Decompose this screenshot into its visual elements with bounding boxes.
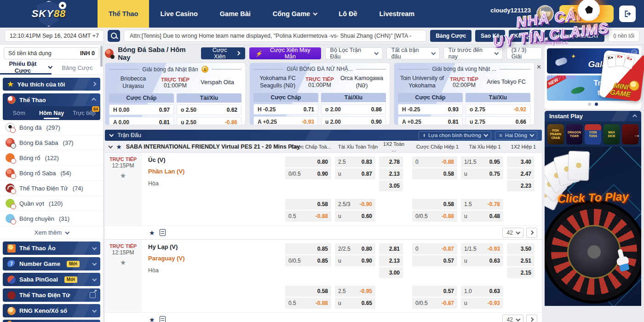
mini-game-card[interactable]: K♠ K♥ K♦ MINIGAME	[599, 50, 644, 102]
odds-cell[interactable]: u0.90	[335, 255, 375, 266]
odds-cell[interactable]: 2.5-0.95	[335, 286, 375, 297]
tab-bang-cuoc[interactable]: Bảng Cược	[52, 61, 103, 75]
show-more-button[interactable]: Xem thêm	[0, 226, 103, 239]
odds-cell[interactable]: 2/2.50.80	[335, 243, 375, 254]
logout-button[interactable]	[619, 6, 636, 22]
sidebar-item-the-thao-ao[interactable]: Thể Thao Ảo	[3, 242, 100, 255]
odds-cell[interactable]: 0/0.5-0.88	[412, 211, 457, 222]
brand-logo[interactable]: SKY88	[0, 0, 98, 28]
tab-phieu-dat-cuoc[interactable]: Phiếu Đặt Cược	[0, 61, 52, 75]
instant-play-header[interactable]: Instant Play	[545, 111, 641, 121]
odds-cell[interactable]: o 2.500.62	[177, 104, 242, 115]
sidebar-item-bong-da-saba[interactable]: Bóng Đá Saba(37)	[0, 135, 103, 150]
featured-match-card[interactable]: GIẢI BÓNG ĐÁ NỮ NHẬ... Yokohama FC Seagu…	[249, 63, 390, 125]
odds-cell[interactable]: 0.5-0.88	[285, 211, 331, 222]
sidebar-item-bong-ro-saba[interactable]: Bóng rổ Saba(54)	[0, 166, 103, 181]
odds-cell[interactable]: 2.23	[507, 180, 535, 191]
odds-cell[interactable]: H -0.250.71	[253, 104, 318, 115]
sidebar-item-rng-keno[interactable]: RNG Keno/Xổ số	[3, 304, 100, 317]
odds-cell[interactable]: 2.13	[379, 168, 403, 179]
odds-cell[interactable]: 3.50	[507, 243, 535, 254]
close-icon[interactable]: ×	[537, 63, 541, 71]
odds-cell[interactable]: 2.5/3-0.90	[335, 199, 375, 210]
parlay-button[interactable]: Cược Xiên	[201, 47, 245, 59]
ket-qua-button[interactable]: Kết Quả	[509, 30, 541, 42]
normal-select-dropdown[interactable]: ▲▼Lựa chọn bình thường	[419, 131, 491, 140]
odds-cell[interactable]: u-0.93	[461, 298, 503, 309]
expand-markets-button[interactable]	[526, 228, 537, 238]
sao-ke-button[interactable]: Sao Kê	[475, 30, 505, 42]
odds-cell[interactable]: 0.85	[285, 243, 331, 254]
odds-cell[interactable]: 2.50.83	[335, 156, 375, 167]
odds-cell[interactable]: u0.60	[335, 211, 375, 222]
nav-cong-game[interactable]: Cổng Game	[262, 0, 328, 28]
odds-cell[interactable]: 0.58	[412, 199, 457, 210]
odds-cell[interactable]: 0.58	[285, 286, 331, 297]
odds-cell[interactable]: 0.57	[412, 255, 457, 266]
chevron-down-icon[interactable]	[109, 132, 114, 137]
odds-cell[interactable]: 0.5-0.88	[285, 298, 331, 309]
odds-cell[interactable]: u 2.50-0.86	[177, 117, 242, 125]
arrow-right-icon[interactable]: →	[633, 130, 640, 138]
carousel-dot[interactable]	[588, 103, 591, 106]
expand-markets-button[interactable]	[526, 315, 537, 322]
odds-cell[interactable]: 1/1.5-0.93	[461, 243, 503, 254]
star-icon[interactable]: ★	[116, 143, 122, 150]
subtab-som[interactable]: Sớm	[3, 107, 35, 119]
statement-icon[interactable]	[160, 229, 166, 236]
nav-livestream[interactable]: Livestream	[368, 0, 426, 28]
odds-cell[interactable]: 3.00	[379, 267, 403, 278]
avatar[interactable]	[536, 5, 554, 23]
market-count-dropdown[interactable]: 42	[502, 228, 523, 238]
favorite-star-icon[interactable]: ★	[149, 316, 155, 322]
odds-cell[interactable]: A +0.25-0.93	[253, 116, 318, 125]
bang-cuoc-button[interactable]: Bảng Cược	[430, 30, 472, 42]
lucky-parlay-button[interactable]: ⚡Cược Xiên May Mắn	[249, 47, 321, 59]
dark-mode-toggle[interactable]: ộ nền tối	[608, 30, 639, 42]
chevron-down-icon[interactable]	[108, 144, 113, 149]
featured-match-card[interactable]: Giải bóng đá Nhật Bản$ Briobecca Urayasu…	[105, 63, 246, 125]
announcement-ticker[interactable]: Attn:[Tennis] Due to wrong Home team nam…	[124, 30, 426, 42]
odds-cell[interactable]: 0/0.50.90	[285, 168, 331, 179]
game-max-dice[interactable]: MAX DICE	[604, 124, 620, 144]
odds-cell[interactable]: H -0.250.93	[398, 104, 463, 115]
odds-cell[interactable]: 2.51	[507, 255, 535, 266]
ty-le-cuoc-malay-button[interactable]: Tỷ lệ cược MALAY	[545, 30, 604, 42]
nav-game-bai[interactable]: Game Bài	[209, 0, 262, 28]
match-filter-dropdown[interactable]: Bộ Lọc Trận Đấu	[325, 47, 383, 59]
odds-cell[interactable]: u 2.750.66	[466, 116, 530, 125]
nav-live-casino[interactable]: Live Casino	[149, 0, 208, 28]
odds-cell[interactable]: 3.05	[379, 180, 403, 191]
odds-cell[interactable]: 2.81	[379, 243, 403, 254]
sidebar-item-esports-external[interactable]: Thể Thao Điện Tử	[3, 288, 100, 302]
sidebar-scrollbar[interactable]	[100, 46, 103, 67]
league-count-dropdown[interactable]: (3 / 3) Giải	[506, 47, 542, 59]
game-coin-toss[interactable]: COIN TOSS	[585, 124, 601, 144]
sports-header-bar[interactable]: Thể Thao	[3, 93, 100, 106]
odds-cell[interactable]: 0-0.87	[412, 243, 457, 254]
sidebar-item-number-game[interactable]: 7Number GameMới	[3, 257, 100, 270]
favorite-star-icon[interactable]: ★	[105, 259, 141, 267]
odds-cell[interactable]: u0.65	[335, 298, 375, 309]
time-range-dropdown[interactable]: Từ trước đến nay	[443, 47, 503, 59]
nav-the-thao[interactable]: Thể Thao	[98, 0, 149, 28]
odds-cell[interactable]: o 2.000.86	[321, 104, 386, 115]
odds-cell[interactable]: 1/1.50.95	[461, 156, 503, 167]
sidebar-item-saba-pingoal[interactable]: Saba PinGoalMới	[3, 273, 100, 286]
sidebar-item-bong-chuyen[interactable]: Bóng chuyền(31)	[0, 211, 103, 226]
featured-match-card[interactable]: Giải bóng đá vùng Nhật ... Toin Universi…	[394, 63, 535, 125]
odds-cell[interactable]: u0.75	[461, 168, 503, 179]
sidebar-item-bong-ro[interactable]: Bóng rổ(122)	[0, 150, 103, 166]
odds-cell[interactable]: 2.13	[379, 255, 403, 266]
game-fish-prawn-crab[interactable]: FISH PRAWN CRAB	[547, 124, 564, 144]
odds-cell[interactable]: A 0.000.81	[109, 117, 174, 125]
sidebar-item-partial[interactable]	[3, 320, 100, 322]
market-count-dropdown[interactable]: 42	[502, 315, 523, 322]
odds-cell[interactable]: H 0.000.97	[109, 104, 174, 115]
game-dragon-tiger[interactable]: DRAGON TIGER	[566, 124, 583, 144]
casino-promo[interactable]: Click To Play	[545, 147, 641, 306]
favorites-bar[interactable]: ★ Yêu thích của tôi	[3, 78, 100, 91]
all-matches-dropdown[interactable]: Tất cả trận đấu	[386, 47, 440, 59]
odds-cell[interactable]: 0/0.5-0.87	[412, 298, 457, 309]
nav-lo-de[interactable]: Lô Đề	[328, 0, 368, 28]
